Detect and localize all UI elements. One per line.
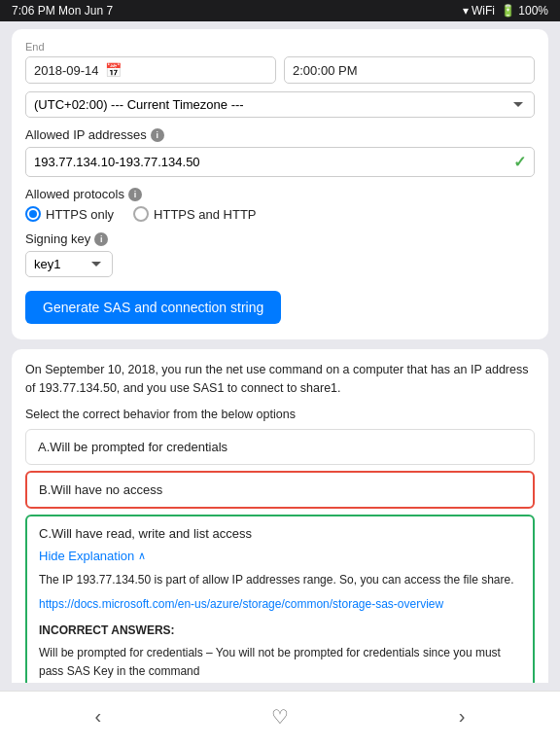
https-http-radio[interactable] [133,206,149,222]
https-http-label: HTTPS and HTTP [154,207,256,222]
explanation-body: The IP 193.77.134.50 is part of allow IP… [39,571,521,684]
question-section: On September 10, 2018, you run the net u… [12,349,548,683]
select-text: Select the correct behavior from the bel… [25,408,535,421]
ip-input-row[interactable]: ✓ [25,147,535,177]
explanation-text: The IP 193.77.134.50 is part of allow IP… [39,571,521,589]
timezone-select[interactable]: (UTC+02:00) --- Current Timezone --- [25,91,535,118]
date-time-row: 2018-09-14 📅 2:00:00 PM [25,56,535,84]
option-b-text: B.Will have no access [39,482,162,497]
battery-icon: 🔋 100% [501,4,548,18]
option-a-text: A.Will be prompted for credentials [38,440,228,454]
https-only-option[interactable]: HTTPS only [25,206,114,222]
time-value: 2:00:00 PM [293,63,358,78]
status-bar: 7:06 PM Mon Jun 7 ▾ WiFi 🔋 100% [0,0,560,21]
check-icon: ✓ [513,153,526,171]
option-b[interactable]: B.Will have no access [25,471,535,509]
chevron-up-icon: ∧ [138,550,146,562]
radio-group: HTTPS only HTTPS and HTTP [25,206,535,222]
heart-icon[interactable]: ♡ [271,705,289,729]
signing-key-section: Signing key i key1 key2 [25,231,535,277]
signing-key-select[interactable]: key1 key2 [25,251,113,277]
hide-explanation-btn[interactable]: Hide Explanation ∧ [39,549,521,563]
calendar-icon[interactable]: 📅 [105,62,122,78]
allowed-ip-label: Allowed IP addresses i [25,127,535,142]
bottom-nav: ‹ ♡ › [0,691,560,747]
explanation-link[interactable]: https://docs.microsoft.com/en-us/azure/s… [39,595,521,614]
end-label: End [25,41,535,53]
timezone-row: (UTC+02:00) --- Current Timezone --- [25,91,535,118]
status-time: 7:06 PM Mon Jun 7 [12,4,113,18]
date-value: 2018-09-14 [34,63,99,78]
https-http-option[interactable]: HTTPS and HTTP [133,206,256,222]
allowed-protocols-label: Allowed protocols i [25,187,535,201]
protocols-row: Allowed protocols i HTTPS only HTTPS and… [25,187,535,222]
back-button[interactable]: ‹ [75,701,121,731]
status-right: ▾ WiFi 🔋 100% [463,4,548,18]
forward-button[interactable]: › [439,701,485,731]
scroll-area: End 2018-09-14 📅 2:00:00 PM (UTC+02:00) … [0,21,560,683]
generate-sas-button[interactable]: Generate SAS and connection string [25,291,281,324]
incorrect-line-0: Will be prompted for credentials – You w… [39,644,521,681]
option-c[interactable]: C.Will have read, write and list access … [25,515,535,684]
date-field[interactable]: 2018-09-14 📅 [25,56,276,84]
ip-input[interactable] [34,155,513,169]
signing-key-info-icon[interactable]: i [94,232,108,246]
question-text: On September 10, 2018, you run the net u… [25,361,535,398]
incorrect-label: INCORRECT ANSWERS: [39,622,521,640]
https-only-radio[interactable] [25,206,41,222]
option-a[interactable]: A.Will be prompted for credentials [25,429,535,465]
protocols-info-icon[interactable]: i [128,188,142,201]
wifi-icon: ▾ WiFi [463,4,495,18]
time-field[interactable]: 2:00:00 PM [284,56,535,84]
allowed-ip-info-icon[interactable]: i [151,128,164,142]
signing-key-label: Signing key i [25,231,535,246]
https-only-label: HTTPS only [46,207,114,222]
top-card: End 2018-09-14 📅 2:00:00 PM (UTC+02:00) … [12,29,548,339]
incorrect-line-1: Will have no access – You will have acce… [39,681,521,683]
option-c-text: C.Will have read, write and list access [39,526,521,541]
hide-explanation-label: Hide Explanation [39,549,134,563]
